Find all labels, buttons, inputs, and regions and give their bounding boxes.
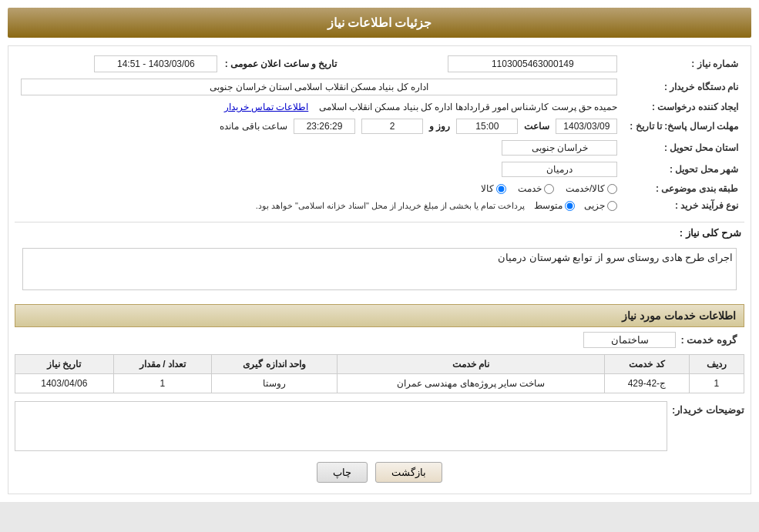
announce-date-label: تاریخ و ساعت اعلان عمومی : [225, 59, 338, 69]
table-row: 1 ج-42-429 ساخت سایر پروژه‌های مهندسی عم… [15, 374, 744, 393]
buyer-notes-label: توضیحات خریدار: [672, 401, 744, 416]
need-desc-value: اجرای طرح هادی روستای سرو از توابع شهرست… [498, 252, 733, 263]
radio-khedmat[interactable]: خدمت [518, 183, 554, 194]
page-title: جزئیات اطلاعات نیاز [8, 8, 751, 38]
buyer-org-value: اداره کل بنیاد مسکن انقلاب اسلامی استان … [21, 79, 617, 95]
days-label: روز و [429, 121, 450, 132]
creator-label: ایجاد کننده درخواست : [623, 99, 744, 115]
category-label: طبقه بندی موضوعی : [623, 180, 744, 197]
col-code: کد خدمت [604, 355, 689, 374]
response-days: 2 [361, 119, 423, 134]
col-date: تاریخ نیاز [15, 355, 114, 374]
col-row-num: ردیف [689, 355, 744, 374]
purchase-note: پرداخت تمام یا بخشی از مبلغ خریدار از مح… [256, 201, 526, 211]
col-name: نام خدمت [338, 355, 605, 374]
response-deadline-label: مهلت ارسال پاسخ: تا تاریخ : [623, 115, 744, 137]
radio-motasat[interactable]: متوسط [534, 200, 575, 211]
services-table: ردیف کد خدمت نام خدمت واحد اندازه گیری ت… [15, 354, 744, 393]
response-time: 15:00 [456, 119, 518, 134]
need-desc-section-header: شرح کلی نیاز : [15, 222, 744, 243]
service-group-value: ساختمان [583, 332, 676, 348]
province-label: استان محل تحویل : [623, 137, 744, 159]
radio-kala-khedmat[interactable]: کالا/خدمت [566, 183, 617, 194]
city-value: درمیان [502, 162, 617, 177]
radio-kala[interactable]: کالا [481, 183, 506, 194]
col-qty: تعداد / مقدار [113, 355, 211, 374]
back-button[interactable]: بازگشت [375, 462, 442, 483]
services-section-header: اطلاعات خدمات مورد نیاز [15, 304, 744, 327]
cell-name: ساخت سایر پروژه‌های مهندسی عمران [338, 374, 605, 393]
cell-unit: روستا [212, 374, 338, 393]
remaining-label: ساعت باقی مانده [220, 121, 287, 132]
cell-qty: 1 [113, 374, 211, 393]
announce-date-value: 1403/03/06 - 14:51 [94, 55, 217, 72]
buyer-notes-box [15, 401, 667, 451]
city-label: شهر محل تحویل : [623, 159, 744, 180]
buyer-org-label: نام دستگاه خریدار : [623, 75, 744, 99]
radio-jozee[interactable]: جزیی [584, 200, 617, 211]
contact-link[interactable]: اطلاعات تماس خریدار [224, 102, 309, 112]
time-label: ساعت [524, 121, 549, 132]
need-desc-box: اجرای طرح هادی روستای سرو از توابع شهرست… [22, 248, 737, 290]
cell-date: 1403/04/06 [15, 374, 114, 393]
response-date: 1403/03/09 [556, 119, 617, 134]
purchase-type-label: نوع فرآیند خرید : [623, 197, 744, 214]
service-group-label: گروه خدمت : [680, 334, 737, 346]
creator-value: حمیده حق پرست کارشناس امور قراردادها ادا… [319, 102, 618, 112]
need-number-value: 1103005463000149 [448, 55, 617, 72]
remaining-time-box: 23:26:29 [294, 119, 355, 134]
print-button[interactable]: چاپ [317, 462, 368, 483]
cell-code: ج-42-429 [604, 374, 689, 393]
province-value: خراسان جنوبی [502, 140, 617, 156]
need-number-label: شماره نیاز : [623, 52, 744, 75]
col-unit: واحد اندازه گیری [212, 355, 338, 374]
button-row: بازگشت چاپ [15, 462, 744, 483]
cell-row-num: 1 [689, 374, 744, 393]
